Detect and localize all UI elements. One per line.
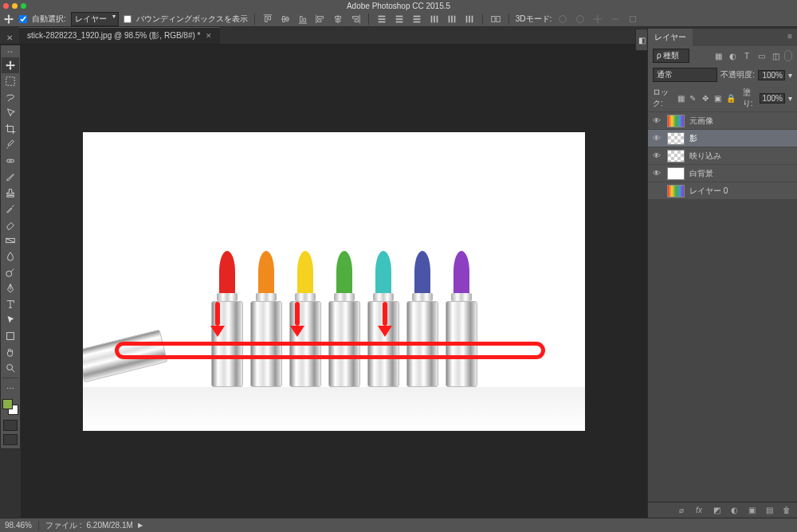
auto-select-mode-select[interactable]: レイヤー [71, 12, 119, 26]
distribute-right-icon[interactable] [463, 13, 476, 25]
palette-grip[interactable]: •• [7, 47, 14, 57]
threeD-roll-icon[interactable] [574, 13, 587, 25]
minimize-window-button[interactable] [12, 3, 18, 9]
layer-thumbnail[interactable] [667, 150, 685, 162]
move-tool[interactable] [2, 57, 19, 73]
layer-name[interactable]: レイヤー 0 [689, 186, 728, 197]
layer-name[interactable]: 映り込み [689, 151, 721, 162]
layer-row[interactable]: 👁元画像 [648, 111, 797, 129]
show-bbox-checkbox[interactable] [124, 15, 132, 23]
zoom-tool[interactable] [2, 360, 19, 376]
eraser-tool[interactable] [2, 217, 19, 233]
layer-mask-icon[interactable]: ◩ [711, 505, 722, 516]
distribute-vcenter-icon[interactable] [393, 13, 406, 25]
lock-artboard-icon[interactable]: ▣ [713, 92, 721, 104]
stamp-tool[interactable] [2, 185, 19, 201]
visibility-toggle-icon[interactable]: 👁 [651, 116, 662, 125]
history-brush-tool[interactable] [2, 201, 19, 217]
adjustment-layer-icon[interactable]: ◐ [728, 505, 740, 516]
layer-thumbnail[interactable] [667, 167, 685, 180]
edit-toolbar-icon[interactable]: ⋯ [2, 380, 19, 396]
close-window-button[interactable] [3, 3, 9, 9]
lock-position-icon[interactable]: ✥ [701, 92, 709, 104]
layer-filter-kind-select[interactable]: ρ 種類 [653, 49, 689, 63]
distribute-hcenter-icon[interactable] [446, 13, 458, 25]
chevron-down-icon[interactable]: ▾ [788, 71, 792, 80]
visibility-toggle-icon[interactable]: 👁 [651, 134, 662, 143]
status-zoom[interactable]: 98.46% [5, 521, 32, 530]
distribute-left-icon[interactable] [428, 13, 441, 25]
dodge-tool[interactable] [2, 264, 19, 280]
blur-tool[interactable] [2, 248, 19, 264]
layer-row[interactable]: 👁影 [648, 129, 797, 147]
shape-tool[interactable] [2, 328, 19, 344]
layer-row[interactable]: 👁白背景 [648, 164, 797, 182]
chevron-down-icon[interactable]: ▾ [788, 94, 792, 103]
delete-layer-icon[interactable]: 🗑 [781, 505, 792, 516]
visibility-toggle-icon[interactable]: 👁 [651, 169, 662, 178]
document-tab[interactable]: stick-2828223_1920.jpg @ 98.5% (影, RGB/8… [19, 27, 220, 44]
layer-thumbnail[interactable] [667, 185, 685, 198]
distribute-bottom-icon[interactable] [410, 13, 423, 25]
threeD-orbit-icon[interactable] [556, 13, 569, 25]
type-tool[interactable] [2, 296, 19, 312]
quick-select-tool[interactable] [2, 105, 19, 121]
home-icon[interactable]: ✕ [3, 31, 16, 44]
filter-type-icon[interactable]: T [741, 50, 752, 61]
opacity-value[interactable]: 100% [758, 70, 785, 80]
auto-align-icon[interactable] [489, 13, 502, 25]
link-layers-icon[interactable]: ⌀ [676, 505, 687, 516]
lock-all-icon[interactable]: 🔒 [725, 92, 736, 104]
gradient-tool[interactable] [2, 233, 19, 248]
close-icon[interactable]: ✕ [206, 32, 212, 40]
auto-select-checkbox[interactable] [19, 15, 27, 23]
eyedropper-tool[interactable] [2, 137, 19, 153]
color-swatch[interactable] [2, 399, 18, 415]
layer-thumbnail[interactable] [667, 115, 685, 127]
threeD-slide-icon[interactable] [609, 13, 622, 25]
threeD-pan-icon[interactable] [591, 13, 604, 25]
fill-value[interactable]: 100% [760, 93, 785, 104]
lock-pixels-icon[interactable]: ✎ [689, 92, 697, 104]
align-bottom-icon[interactable] [296, 13, 309, 25]
canvas-area[interactable]: この付近に移動 [21, 45, 647, 518]
lasso-tool[interactable] [2, 89, 19, 105]
panel-menu-icon[interactable]: ≡ [783, 29, 797, 46]
threeD-scale-icon[interactable] [626, 13, 639, 25]
zoom-window-button[interactable] [21, 3, 26, 9]
lock-transparency-icon[interactable]: ▦ [676, 92, 685, 104]
filter-toggle-icon[interactable] [784, 50, 792, 61]
blend-mode-select[interactable]: 通常 [653, 68, 717, 82]
filter-pixel-icon[interactable]: ▦ [713, 50, 724, 61]
screenmode-toggle[interactable] [3, 434, 18, 445]
brush-tool[interactable] [2, 169, 19, 185]
marquee-tool[interactable] [2, 73, 19, 89]
filter-adjust-icon[interactable]: ◐ [727, 50, 738, 61]
layer-name[interactable]: 白背景 [689, 168, 713, 179]
align-vcenter-icon[interactable] [279, 13, 292, 25]
layer-thumbnail[interactable] [667, 132, 685, 145]
filter-smart-icon[interactable]: ◫ [770, 50, 781, 61]
align-top-icon[interactable] [261, 13, 274, 25]
distribute-top-icon[interactable] [375, 13, 388, 25]
foreground-color[interactable] [2, 399, 13, 409]
layer-name[interactable]: 影 [689, 133, 697, 144]
filter-shape-icon[interactable]: ▭ [756, 50, 767, 61]
hand-tool[interactable] [2, 344, 19, 360]
layer-row[interactable]: レイヤー 0 [648, 182, 797, 199]
layer-row[interactable]: 👁映り込み [648, 147, 797, 164]
layer-name[interactable]: 元画像 [689, 115, 713, 127]
align-left-icon[interactable] [314, 13, 327, 25]
path-select-tool[interactable] [2, 312, 19, 328]
layer-fx-icon[interactable]: fx [693, 505, 705, 516]
visibility-toggle-icon[interactable]: 👁 [651, 151, 662, 160]
new-layer-icon[interactable]: ▤ [764, 505, 775, 516]
crop-tool[interactable] [2, 121, 19, 137]
status-menu-icon[interactable]: ▶ [138, 522, 143, 529]
layers-tab[interactable]: レイヤー [648, 29, 693, 46]
align-right-icon[interactable] [349, 13, 362, 25]
quickmask-toggle[interactable] [3, 420, 18, 431]
layer-group-icon[interactable]: ▣ [746, 505, 757, 516]
heal-tool[interactable] [2, 153, 19, 169]
align-hcenter-icon[interactable] [332, 13, 344, 25]
